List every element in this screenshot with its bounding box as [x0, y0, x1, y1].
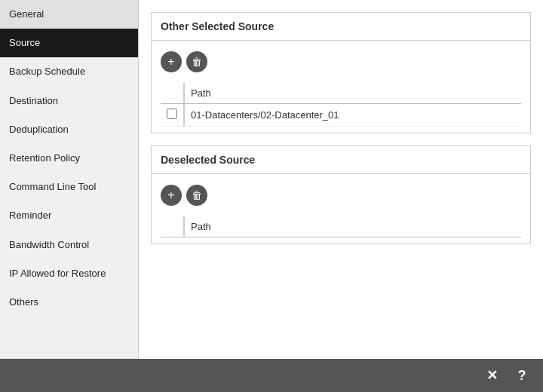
- sidebar-item-backup-schedule[interactable]: Backup Schedule: [0, 57, 138, 86]
- sidebar-item-retention-policy[interactable]: Retention Policy: [0, 144, 138, 173]
- other-selected-source-table: Path 01-Datacenters/02-Datacenter_01: [161, 83, 521, 127]
- deselected-source-header-row: Path: [161, 216, 521, 237]
- trash-icon: 🗑: [192, 57, 202, 67]
- row-path: 01-Datacenters/02-Datacenter_01: [185, 104, 521, 127]
- help-icon: ?: [518, 368, 526, 384]
- delete-other-source-button[interactable]: 🗑: [186, 51, 207, 72]
- sidebar-item-bandwidth-control[interactable]: Bandwidth Control: [0, 231, 138, 259]
- deselected-source-toolbar: + 🗑: [161, 180, 521, 210]
- close-button[interactable]: ✕: [480, 363, 504, 387]
- trash-icon: 🗑: [192, 190, 202, 201]
- sidebar-item-general[interactable]: General: [0, 0, 138, 29]
- plus-icon: +: [167, 189, 174, 201]
- sidebar: GeneralSourceBackup ScheduleDestinationD…: [0, 0, 139, 359]
- deselected-source-body: + 🗑 Pat: [152, 174, 530, 243]
- plus-icon: +: [167, 56, 174, 68]
- other-source-select-all-header: [161, 83, 183, 104]
- main-content: Other Selected Source + 🗑: [139, 0, 543, 359]
- other-selected-source-body: + 🗑 Pat: [152, 41, 530, 133]
- add-other-source-button[interactable]: +: [161, 51, 182, 72]
- other-source-path-header: Path: [185, 83, 521, 104]
- sidebar-item-reminder[interactable]: Reminder: [0, 201, 138, 230]
- sidebar-item-command-line-tool[interactable]: Command Line Tool: [0, 173, 138, 201]
- other-selected-source-header-row: Path: [161, 83, 521, 104]
- delete-deselected-source-button[interactable]: 🗑: [186, 185, 207, 206]
- table-row: 01-Datacenters/02-Datacenter_01: [161, 104, 521, 127]
- deselected-source-section: Deselected Source + 🗑: [151, 145, 531, 244]
- deselected-source-select-all-header: [161, 216, 183, 237]
- deselected-source-path-header: Path: [185, 216, 521, 237]
- add-deselected-source-button[interactable]: +: [161, 185, 182, 206]
- close-icon: ✕: [486, 367, 498, 384]
- row-checkbox[interactable]: [167, 109, 177, 119]
- deselected-source-title: Deselected Source: [152, 146, 530, 174]
- sidebar-item-destination[interactable]: Destination: [0, 87, 138, 115]
- deselected-source-table: Path: [161, 216, 521, 237]
- help-button[interactable]: ?: [510, 363, 534, 387]
- sidebar-item-others[interactable]: Others: [0, 288, 138, 317]
- other-selected-source-toolbar: + 🗑: [161, 47, 521, 77]
- sidebar-item-ip-allowed[interactable]: IP Allowed for Restore: [0, 259, 138, 288]
- bottom-bar: ✕ ?: [0, 359, 543, 392]
- sidebar-item-deduplication[interactable]: Deduplication: [0, 115, 138, 144]
- other-selected-source-section: Other Selected Source + 🗑: [151, 12, 531, 133]
- row-checkbox-cell[interactable]: [161, 104, 183, 127]
- other-selected-source-title: Other Selected Source: [152, 13, 530, 41]
- sidebar-item-source[interactable]: Source: [0, 29, 138, 57]
